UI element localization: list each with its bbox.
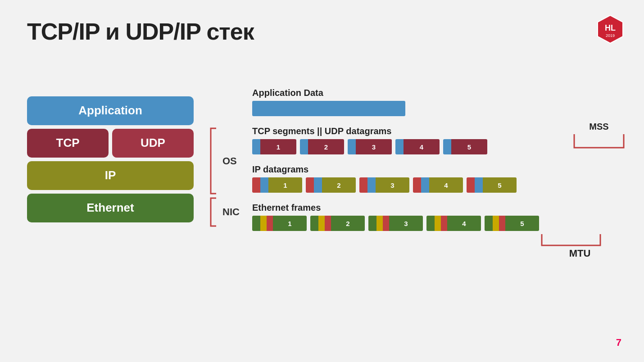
ip-seg-5: 5 [467, 177, 517, 193]
tcp-seg-row: 1 2 3 4 [252, 139, 621, 154]
app-data-row: Application Data [252, 88, 621, 116]
ip-label: IP datagrams [252, 164, 621, 175]
ip-seg-4: 4 [413, 177, 463, 193]
tcp-seg-1: 1 [252, 139, 296, 154]
layer-udp: UDP [112, 129, 194, 158]
tcp-seg-3: 3 [348, 139, 392, 154]
os-label: OS [222, 155, 237, 167]
svg-text:2019: 2019 [606, 33, 615, 38]
mtu-brace-svg [540, 232, 603, 248]
svg-text:HL: HL [605, 23, 616, 32]
eth-label: Ethernet frames [252, 203, 621, 213]
tcp-seg-5: 5 [443, 139, 487, 154]
app-data-bar [252, 101, 405, 116]
os-brace-row: OS [207, 126, 240, 196]
ip-seg-1: 1 [252, 177, 302, 193]
eth-seg-3: 3 [368, 216, 423, 231]
app-data-label: Application Data [252, 88, 621, 98]
os-spacer [207, 90, 240, 126]
eth-frames-row: Ethernet frames 1 2 [252, 203, 621, 259]
ip-datagrams-row: IP datagrams 1 2 3 [252, 164, 621, 193]
nic-brace-svg [207, 196, 221, 228]
eth-seg-2: 2 [310, 216, 365, 231]
right-section: Application Data TCP segments || UDP dat… [252, 88, 621, 269]
layer-ip: IP [27, 161, 194, 190]
stack-labels: OS NIC [207, 90, 240, 228]
slide: HL 2019 TCP/IP и UDP/IP стек Application… [0, 0, 644, 362]
ip-seg-2: 2 [306, 177, 356, 193]
nic-brace-row: NIC [207, 196, 240, 228]
eth-seg-row: 1 2 3 [252, 216, 621, 231]
os-brace-svg [207, 126, 221, 196]
layer-ethernet: Ethernet [27, 194, 194, 222]
ip-seg-row: 1 2 3 4 [252, 177, 621, 193]
mss-brace-container: MSS [572, 122, 626, 150]
tcp-seg-2: 2 [300, 139, 344, 154]
logo: HL 2019 [594, 14, 626, 45]
page-title: TCP/IP и UDP/IP стек [27, 18, 617, 45]
eth-seg-5: 5 [485, 216, 539, 231]
tcp-seg-4: 4 [395, 139, 440, 154]
layer-tcp-udp-row: TCP UDP [27, 129, 194, 158]
mtu-brace-container: MTU [252, 232, 621, 259]
layer-tcp: TCP [27, 129, 109, 158]
app-data-bar-container [252, 101, 621, 116]
mss-brace-svg [572, 132, 626, 150]
eth-seg-1: 1 [252, 216, 307, 231]
ip-seg-3: 3 [359, 177, 409, 193]
tcp-label: TCP segments || UDP datagrams [252, 126, 621, 136]
mtu-label: MTU [569, 248, 591, 259]
layer-application: Application [27, 96, 194, 125]
stack-layers: Application TCP UDP IP Ethernet [27, 96, 194, 222]
page-number: 7 [616, 337, 621, 348]
stack-diagram: Application TCP UDP IP Ethernet [27, 90, 240, 228]
tcp-segments-row: TCP segments || UDP datagrams 1 2 3 [252, 126, 621, 154]
nic-label: NIC [222, 206, 240, 218]
eth-seg-4: 4 [426, 216, 481, 231]
mss-label: MSS [589, 122, 608, 132]
